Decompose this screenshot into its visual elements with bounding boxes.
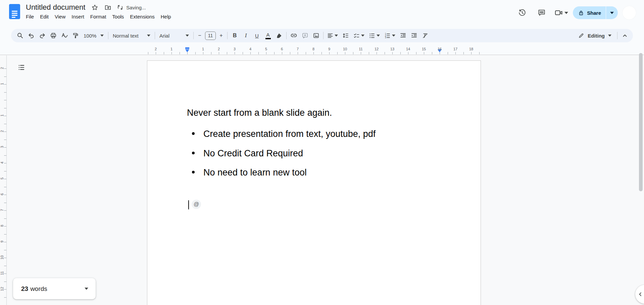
ruler-tick — [219, 52, 219, 54]
editing-mode-select[interactable]: Editing — [574, 30, 615, 41]
print-icon[interactable] — [48, 30, 59, 41]
redo-icon[interactable] — [37, 30, 48, 41]
ruler-number: 14 — [406, 47, 410, 51]
checklist-caret-icon — [361, 35, 364, 37]
ruler-tick — [329, 52, 330, 54]
chevron-left-icon — [638, 292, 643, 297]
search-menus-icon[interactable] — [14, 30, 26, 41]
first-line-indent-marker[interactable] — [185, 47, 189, 49]
ruler-tick — [187, 52, 188, 54]
ruler-tick — [416, 52, 416, 54]
text-color-button[interactable]: A — [262, 30, 274, 41]
ruler-tick — [4, 100, 6, 100]
vertical-scrollbar[interactable] — [639, 53, 643, 191]
underline-button[interactable]: U — [251, 30, 262, 41]
ruler-tick — [235, 52, 235, 54]
share-caret-icon[interactable] — [606, 6, 618, 19]
menu-view[interactable]: View — [52, 13, 68, 20]
clear-formatting-icon[interactable] — [419, 30, 431, 41]
increase-font-size-button[interactable]: + — [217, 30, 226, 41]
share-button[interactable]: Share — [573, 6, 618, 19]
menu-edit[interactable]: Edit — [37, 13, 52, 20]
font-caret-icon — [186, 35, 189, 37]
bullet-list-control[interactable] — [366, 30, 382, 41]
document-page[interactable]: Never start from a blank slide again. Cr… — [147, 60, 481, 305]
menu-insert[interactable]: Insert — [68, 13, 87, 20]
word-count-caret-icon[interactable] — [85, 288, 88, 290]
ruler-tick — [4, 195, 6, 195]
ruler-number: 17 — [453, 47, 457, 51]
star-icon[interactable] — [91, 4, 98, 11]
ruler-number: 11 — [359, 47, 362, 51]
docs-logo-icon[interactable] — [9, 4, 20, 19]
font-size-input[interactable]: 11 — [205, 32, 216, 40]
numbered-list-control[interactable]: 123 — [382, 30, 397, 41]
ruler-tick — [4, 124, 6, 124]
ruler-tick — [321, 52, 322, 54]
ruler-tick — [164, 52, 164, 54]
insert-link-icon[interactable] — [288, 30, 299, 41]
checklist-control[interactable] — [351, 30, 366, 41]
mention-shortcut-button[interactable]: @ — [192, 200, 201, 209]
ruler-tick — [290, 52, 290, 54]
ruler-tick — [171, 52, 172, 54]
account-avatar[interactable] — [623, 6, 636, 19]
version-history-icon[interactable] — [515, 5, 530, 20]
doc-bullet-line[interactable]: Create presentation from text, youtube, … — [203, 129, 376, 139]
move-to-folder-icon[interactable] — [104, 4, 111, 11]
ruler-tick — [385, 52, 385, 54]
doc-heading-line[interactable]: Never start from a blank slide again. — [187, 108, 332, 118]
ruler-tick — [4, 187, 6, 187]
spellcheck-icon[interactable] — [59, 30, 70, 41]
lock-icon — [578, 10, 584, 16]
word-count-widget[interactable]: 23 words — [13, 278, 96, 299]
text-cursor — [188, 200, 189, 209]
increase-indent-icon[interactable] — [408, 30, 419, 41]
ruler-tick — [4, 77, 6, 77]
paint-format-icon[interactable] — [70, 30, 81, 41]
ruler-tick — [4, 84, 6, 85]
font-select[interactable]: Arial — [157, 30, 192, 41]
paragraph-style-select[interactable]: Normal text — [110, 30, 153, 41]
menu-tools[interactable]: Tools — [109, 13, 127, 20]
doc-bullet-line[interactable]: No need to learn new tool — [203, 167, 307, 178]
menu-format[interactable]: Format — [87, 13, 109, 20]
italic-button[interactable]: I — [240, 30, 251, 41]
saving-status: Saving... — [117, 4, 146, 10]
zoom-select[interactable]: 100% — [81, 30, 106, 41]
ruler-number: 2 — [0, 128, 4, 134]
menu-file[interactable]: File — [23, 13, 37, 20]
document-title[interactable]: Untitled document — [26, 3, 85, 12]
add-comment-icon[interactable] — [299, 30, 310, 41]
ruler-number: 18 — [469, 47, 473, 51]
menu-help[interactable]: Help — [158, 13, 174, 20]
highlight-color-icon[interactable] — [274, 30, 285, 41]
ruler-tick — [4, 226, 6, 226]
bold-button[interactable]: B — [229, 30, 240, 41]
menu-extensions[interactable]: Extensions — [127, 13, 157, 20]
vertical-ruler[interactable]: 21123456789101112 — [0, 55, 7, 305]
comments-icon[interactable] — [534, 5, 549, 20]
ruler-number: 10 — [343, 47, 347, 51]
ruler-tick — [361, 52, 361, 54]
decrease-indent-icon[interactable] — [397, 30, 408, 41]
undo-icon[interactable] — [26, 30, 37, 41]
align-control[interactable] — [325, 30, 340, 41]
insert-image-icon[interactable] — [310, 30, 321, 41]
ruler-number: 2 — [0, 65, 4, 71]
ruler-number: 5 — [0, 175, 4, 182]
ruler-tick — [4, 282, 6, 282]
ruler-tick — [4, 210, 6, 211]
ruler-tick — [258, 52, 259, 54]
join-call-control[interactable] — [554, 5, 568, 20]
document-outline-icon[interactable] — [14, 60, 29, 75]
ruler-tick — [250, 52, 251, 54]
left-indent-marker[interactable] — [185, 47, 189, 52]
collapse-toolbar-icon[interactable] — [619, 30, 630, 41]
ruler-tick — [195, 52, 196, 54]
line-spacing-icon[interactable] — [340, 30, 351, 41]
horizontal-ruler[interactable]: 21123456789101112131415161718 — [0, 46, 644, 55]
doc-bullet-line[interactable]: No Credit Card Required — [203, 148, 303, 159]
ruler-tick — [4, 147, 6, 148]
decrease-font-size-button[interactable]: − — [195, 30, 204, 41]
